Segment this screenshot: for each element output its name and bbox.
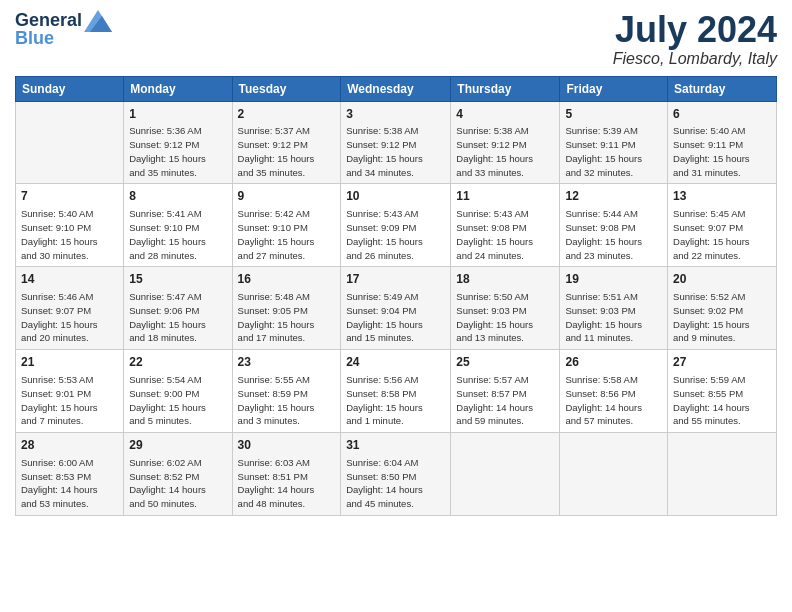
day-number: 4: [456, 106, 554, 123]
header-friday: Friday: [560, 76, 668, 101]
calendar-cell: [560, 433, 668, 516]
calendar-cell: 20Sunrise: 5:52 AM Sunset: 9:02 PM Dayli…: [668, 267, 777, 350]
calendar-cell: 25Sunrise: 5:57 AM Sunset: 8:57 PM Dayli…: [451, 350, 560, 433]
calendar-cell: 21Sunrise: 5:53 AM Sunset: 9:01 PM Dayli…: [16, 350, 124, 433]
day-info: Sunrise: 6:04 AM Sunset: 8:50 PM Dayligh…: [346, 456, 445, 511]
logo: General Blue: [15, 10, 112, 49]
day-info: Sunrise: 5:57 AM Sunset: 8:57 PM Dayligh…: [456, 373, 554, 428]
calendar-cell: 16Sunrise: 5:48 AM Sunset: 9:05 PM Dayli…: [232, 267, 341, 350]
calendar-cell: 2Sunrise: 5:37 AM Sunset: 9:12 PM Daylig…: [232, 101, 341, 184]
day-info: Sunrise: 5:36 AM Sunset: 9:12 PM Dayligh…: [129, 124, 226, 179]
day-info: Sunrise: 5:44 AM Sunset: 9:08 PM Dayligh…: [565, 207, 662, 262]
calendar-cell: [451, 433, 560, 516]
calendar-cell: [668, 433, 777, 516]
day-number: 29: [129, 437, 226, 454]
day-number: 8: [129, 188, 226, 205]
calendar-cell: 6Sunrise: 5:40 AM Sunset: 9:11 PM Daylig…: [668, 101, 777, 184]
calendar-cell: 1Sunrise: 5:36 AM Sunset: 9:12 PM Daylig…: [124, 101, 232, 184]
day-info: Sunrise: 6:02 AM Sunset: 8:52 PM Dayligh…: [129, 456, 226, 511]
calendar-cell: 23Sunrise: 5:55 AM Sunset: 8:59 PM Dayli…: [232, 350, 341, 433]
day-number: 19: [565, 271, 662, 288]
day-number: 11: [456, 188, 554, 205]
day-info: Sunrise: 5:46 AM Sunset: 9:07 PM Dayligh…: [21, 290, 118, 345]
day-info: Sunrise: 5:40 AM Sunset: 9:10 PM Dayligh…: [21, 207, 118, 262]
calendar-cell: 10Sunrise: 5:43 AM Sunset: 9:09 PM Dayli…: [341, 184, 451, 267]
day-number: 5: [565, 106, 662, 123]
calendar-cell: 15Sunrise: 5:47 AM Sunset: 9:06 PM Dayli…: [124, 267, 232, 350]
day-info: Sunrise: 6:03 AM Sunset: 8:51 PM Dayligh…: [238, 456, 336, 511]
calendar-cell: 3Sunrise: 5:38 AM Sunset: 9:12 PM Daylig…: [341, 101, 451, 184]
day-number: 9: [238, 188, 336, 205]
calendar-cell: 28Sunrise: 6:00 AM Sunset: 8:53 PM Dayli…: [16, 433, 124, 516]
header-monday: Monday: [124, 76, 232, 101]
header-sunday: Sunday: [16, 76, 124, 101]
day-number: 25: [456, 354, 554, 371]
calendar-cell: 12Sunrise: 5:44 AM Sunset: 9:08 PM Dayli…: [560, 184, 668, 267]
day-number: 10: [346, 188, 445, 205]
day-info: Sunrise: 5:43 AM Sunset: 9:09 PM Dayligh…: [346, 207, 445, 262]
calendar-cell: 9Sunrise: 5:42 AM Sunset: 9:10 PM Daylig…: [232, 184, 341, 267]
day-number: 15: [129, 271, 226, 288]
day-info: Sunrise: 5:47 AM Sunset: 9:06 PM Dayligh…: [129, 290, 226, 345]
day-number: 16: [238, 271, 336, 288]
day-info: Sunrise: 5:39 AM Sunset: 9:11 PM Dayligh…: [565, 124, 662, 179]
day-info: Sunrise: 5:55 AM Sunset: 8:59 PM Dayligh…: [238, 373, 336, 428]
day-info: Sunrise: 5:42 AM Sunset: 9:10 PM Dayligh…: [238, 207, 336, 262]
day-info: Sunrise: 6:00 AM Sunset: 8:53 PM Dayligh…: [21, 456, 118, 511]
calendar-cell: 18Sunrise: 5:50 AM Sunset: 9:03 PM Dayli…: [451, 267, 560, 350]
calendar-cell: 7Sunrise: 5:40 AM Sunset: 9:10 PM Daylig…: [16, 184, 124, 267]
day-number: 24: [346, 354, 445, 371]
day-info: Sunrise: 5:41 AM Sunset: 9:10 PM Dayligh…: [129, 207, 226, 262]
calendar-cell: 8Sunrise: 5:41 AM Sunset: 9:10 PM Daylig…: [124, 184, 232, 267]
calendar-cell: 14Sunrise: 5:46 AM Sunset: 9:07 PM Dayli…: [16, 267, 124, 350]
calendar-cell: 30Sunrise: 6:03 AM Sunset: 8:51 PM Dayli…: [232, 433, 341, 516]
day-number: 14: [21, 271, 118, 288]
calendar-cell: 29Sunrise: 6:02 AM Sunset: 8:52 PM Dayli…: [124, 433, 232, 516]
day-info: Sunrise: 5:59 AM Sunset: 8:55 PM Dayligh…: [673, 373, 771, 428]
title-section: July 2024 Fiesco, Lombardy, Italy: [613, 10, 777, 68]
day-info: Sunrise: 5:50 AM Sunset: 9:03 PM Dayligh…: [456, 290, 554, 345]
day-number: 21: [21, 354, 118, 371]
calendar-cell: 5Sunrise: 5:39 AM Sunset: 9:11 PM Daylig…: [560, 101, 668, 184]
calendar-cell: 13Sunrise: 5:45 AM Sunset: 9:07 PM Dayli…: [668, 184, 777, 267]
calendar-cell: 24Sunrise: 5:56 AM Sunset: 8:58 PM Dayli…: [341, 350, 451, 433]
day-info: Sunrise: 5:37 AM Sunset: 9:12 PM Dayligh…: [238, 124, 336, 179]
day-number: 18: [456, 271, 554, 288]
day-number: 26: [565, 354, 662, 371]
day-info: Sunrise: 5:38 AM Sunset: 9:12 PM Dayligh…: [456, 124, 554, 179]
header-saturday: Saturday: [668, 76, 777, 101]
day-number: 23: [238, 354, 336, 371]
day-info: Sunrise: 5:56 AM Sunset: 8:58 PM Dayligh…: [346, 373, 445, 428]
calendar-table: SundayMondayTuesdayWednesdayThursdayFrid…: [15, 76, 777, 516]
calendar-cell: 4Sunrise: 5:38 AM Sunset: 9:12 PM Daylig…: [451, 101, 560, 184]
calendar-cell: 11Sunrise: 5:43 AM Sunset: 9:08 PM Dayli…: [451, 184, 560, 267]
calendar-cell: 26Sunrise: 5:58 AM Sunset: 8:56 PM Dayli…: [560, 350, 668, 433]
header-thursday: Thursday: [451, 76, 560, 101]
day-number: 31: [346, 437, 445, 454]
day-number: 30: [238, 437, 336, 454]
day-info: Sunrise: 5:43 AM Sunset: 9:08 PM Dayligh…: [456, 207, 554, 262]
day-number: 1: [129, 106, 226, 123]
day-number: 13: [673, 188, 771, 205]
month-year: July 2024: [613, 10, 777, 50]
day-info: Sunrise: 5:51 AM Sunset: 9:03 PM Dayligh…: [565, 290, 662, 345]
location: Fiesco, Lombardy, Italy: [613, 50, 777, 68]
calendar-cell: 27Sunrise: 5:59 AM Sunset: 8:55 PM Dayli…: [668, 350, 777, 433]
day-number: 27: [673, 354, 771, 371]
day-info: Sunrise: 5:48 AM Sunset: 9:05 PM Dayligh…: [238, 290, 336, 345]
day-number: 12: [565, 188, 662, 205]
header-wednesday: Wednesday: [341, 76, 451, 101]
logo-icon: [84, 10, 112, 32]
day-number: 7: [21, 188, 118, 205]
day-info: Sunrise: 5:54 AM Sunset: 9:00 PM Dayligh…: [129, 373, 226, 428]
calendar-cell: [16, 101, 124, 184]
day-number: 2: [238, 106, 336, 123]
calendar-cell: 19Sunrise: 5:51 AM Sunset: 9:03 PM Dayli…: [560, 267, 668, 350]
calendar-cell: 22Sunrise: 5:54 AM Sunset: 9:00 PM Dayli…: [124, 350, 232, 433]
day-info: Sunrise: 5:45 AM Sunset: 9:07 PM Dayligh…: [673, 207, 771, 262]
day-number: 28: [21, 437, 118, 454]
calendar-cell: 17Sunrise: 5:49 AM Sunset: 9:04 PM Dayli…: [341, 267, 451, 350]
day-number: 17: [346, 271, 445, 288]
day-info: Sunrise: 5:52 AM Sunset: 9:02 PM Dayligh…: [673, 290, 771, 345]
day-number: 22: [129, 354, 226, 371]
